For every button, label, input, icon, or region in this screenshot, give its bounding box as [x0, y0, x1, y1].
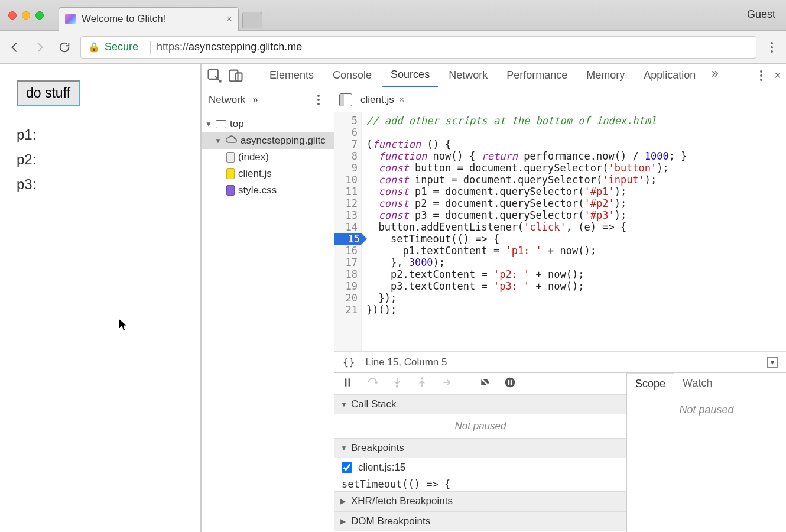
document-icon — [226, 152, 235, 163]
address-bar[interactable]: 🔒 Secure https://asyncstepping.glitch.me — [80, 36, 756, 59]
url-text: https://asyncstepping.glitch.me — [157, 41, 302, 53]
svg-rect-4 — [349, 378, 350, 386]
step-into-icon[interactable] — [391, 377, 403, 390]
step-icon[interactable] — [441, 377, 453, 390]
tab-memory[interactable]: Memory — [578, 64, 633, 87]
forward-button — [31, 38, 48, 56]
pause-icon[interactable] — [342, 377, 353, 390]
navigator-overflow-icon[interactable]: » — [252, 94, 258, 106]
disclosure-triangle-icon[interactable]: ▼ — [205, 120, 212, 128]
js-file-icon — [226, 168, 235, 179]
dom-breakpoints-header[interactable]: ▶ DOM Breakpoints — [334, 511, 626, 531]
step-over-icon[interactable] — [366, 377, 378, 390]
file-tree: ▼ top ▼ asyncstepping.glitc (index) — [202, 112, 334, 202]
scope-empty: Not paused — [627, 394, 786, 532]
tab-console[interactable]: Console — [324, 64, 380, 87]
svg-rect-9 — [508, 380, 510, 385]
minimize-window-button[interactable] — [22, 11, 30, 20]
call-stack-header[interactable]: ▼ Call Stack — [334, 394, 626, 414]
tab-close-icon[interactable]: × — [226, 13, 232, 25]
tab-performance[interactable]: Performance — [498, 64, 576, 87]
scope-tab[interactable]: Scope — [627, 373, 674, 394]
browser-toolbar: 🔒 Secure https://asyncstepping.glitch.me — [0, 31, 786, 64]
svg-rect-1 — [230, 70, 238, 81]
pause-on-exceptions-icon[interactable] — [504, 377, 516, 390]
svg-point-6 — [397, 385, 398, 387]
new-tab-button[interactable] — [242, 12, 262, 28]
lock-icon: 🔒 — [88, 41, 100, 53]
browser-menu-button[interactable] — [764, 42, 780, 53]
traffic-lights — [0, 11, 44, 20]
svg-rect-3 — [345, 378, 346, 386]
xhr-breakpoints-header[interactable]: ▶ XHR/fetch Breakpoints — [334, 491, 626, 511]
address-divider — [150, 41, 151, 54]
toggle-bottom-drawer-icon[interactable]: ▾ — [767, 357, 778, 368]
devtools-close-icon[interactable]: × — [774, 69, 781, 82]
inspect-element-icon[interactable] — [206, 67, 223, 84]
editor-tab-close-icon[interactable]: × — [399, 94, 405, 106]
reload-button[interactable] — [56, 38, 73, 56]
editor-statusbar: {} Line 15, Column 5 ▾ — [334, 351, 786, 372]
breakpoints-header[interactable]: ▼ Breakpoints — [334, 438, 626, 458]
tab-network[interactable]: Network — [440, 64, 496, 87]
debugger-controls — [334, 373, 626, 394]
tab-application[interactable]: Application — [635, 64, 704, 87]
svg-point-7 — [421, 378, 423, 379]
editor-tab-clientjs[interactable]: client.js × — [356, 92, 410, 108]
window-titlebar: Welcome to Glitch! × Guest — [0, 0, 786, 31]
source-editor: client.js × 5678910111213141516171819202… — [334, 87, 786, 532]
navigator-tab-network[interactable]: Network — [209, 94, 245, 106]
window-icon — [216, 120, 226, 128]
devtools-body: Network » ▼ top ▼ asyncstepping.glitc — [202, 87, 786, 532]
call-stack-empty: Not paused — [334, 414, 626, 438]
tree-root[interactable]: ▼ top — [202, 116, 334, 132]
breakpoint-code: setTimeout(() => { — [334, 477, 626, 491]
debugger-pane: ▼ Call Stack Not paused ▼ Breakpoints cl… — [334, 372, 786, 532]
main-split: do stuff p1: p2: p3: Elements Console So… — [0, 64, 786, 532]
tree-file-clientjs[interactable]: client.js — [202, 166, 334, 182]
breakpoint-item[interactable]: client.js:15 — [334, 458, 626, 477]
cursor-position: Line 15, Column 5 — [365, 356, 447, 368]
profile-label[interactable]: Guest — [747, 8, 775, 21]
svg-rect-2 — [236, 73, 242, 81]
tree-file-stylecss[interactable]: style.css — [202, 182, 334, 199]
device-mode-icon[interactable] — [228, 67, 244, 84]
code-view[interactable]: // add other scripts at the bottom of in… — [362, 112, 786, 351]
deactivate-breakpoints-icon[interactable] — [479, 377, 491, 390]
disclosure-triangle-icon[interactable]: ▼ — [215, 137, 222, 145]
p2-output: p2: — [17, 151, 184, 168]
breakpoint-checkbox[interactable] — [342, 462, 352, 473]
watch-tab[interactable]: Watch — [674, 373, 720, 394]
tab-sources[interactable]: Sources — [382, 64, 438, 87]
line-gutter[interactable]: 56789101112131415161718192021 — [334, 112, 362, 351]
tab-title: Welcome to Glitch! — [82, 13, 226, 25]
glitch-favicon-icon — [65, 14, 76, 24]
mouse-cursor-icon — [118, 318, 129, 335]
svg-rect-10 — [511, 380, 512, 385]
p1-output: p1: — [17, 126, 184, 143]
devtools: Elements Console Sources Network Perform… — [201, 64, 786, 532]
navigator-menu-button[interactable] — [310, 95, 327, 105]
secure-label: Secure — [105, 41, 138, 53]
step-out-icon[interactable] — [416, 377, 428, 390]
tab-elements[interactable]: Elements — [261, 64, 322, 87]
devtools-menu-button[interactable] — [753, 70, 769, 81]
toggle-navigator-icon[interactable] — [339, 93, 352, 106]
close-window-button[interactable] — [8, 11, 17, 20]
pretty-print-icon[interactable]: {} — [343, 356, 355, 368]
tree-file-index[interactable]: (index) — [202, 149, 334, 166]
css-file-icon — [226, 185, 235, 196]
cloud-icon — [225, 135, 237, 147]
sources-navigator: Network » ▼ top ▼ asyncstepping.glitc — [202, 87, 334, 532]
tree-domain[interactable]: ▼ asyncstepping.glitc — [202, 132, 334, 149]
page-viewport: do stuff p1: p2: p3: — [0, 64, 201, 532]
svg-point-5 — [375, 382, 377, 384]
fullscreen-window-button[interactable] — [35, 11, 44, 20]
tabs-overflow-icon[interactable] — [711, 69, 722, 82]
svg-point-8 — [505, 378, 515, 388]
devtools-tabbar: Elements Console Sources Network Perform… — [202, 64, 786, 87]
do-stuff-button[interactable]: do stuff — [17, 80, 80, 106]
browser-tab[interactable]: Welcome to Glitch! × — [59, 7, 239, 31]
back-button[interactable] — [6, 38, 24, 56]
p3-output: p3: — [17, 176, 184, 193]
